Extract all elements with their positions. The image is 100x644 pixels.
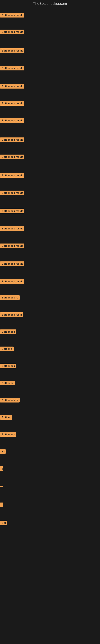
site-title: TheBottlenecker.com: [0, 0, 100, 8]
bottleneck-badge: Bot: [0, 521, 7, 525]
bottleneck-item[interactable]: Bottleneck re: [0, 398, 20, 403]
bottleneck-item[interactable]: [0, 484, 3, 488]
bottleneck-item[interactable]: Bottleneck result: [0, 84, 24, 89]
bottleneck-badge: Bottleneck result: [0, 101, 24, 106]
bottleneck-item[interactable]: Bottleneck: [0, 432, 16, 438]
bottleneck-item[interactable]: Bottlen: [0, 415, 12, 420]
bottleneck-item[interactable]: Bottleneck result: [0, 209, 24, 214]
bottleneck-item[interactable]: Bottleneck result: [0, 30, 24, 35]
bottleneck-item[interactable]: Bottlene: [0, 346, 14, 352]
bottleneck-badge: Bottlen: [0, 415, 12, 420]
bottleneck-badge: Bottleneck result: [0, 209, 24, 213]
bottleneck-item[interactable]: Bottleneck re: [0, 295, 20, 301]
bottleneck-badge: Bottleneck resul: [0, 312, 23, 317]
bottleneck-item[interactable]: Bottleneck result: [0, 173, 24, 178]
bottleneck-item[interactable]: Bot: [0, 521, 7, 526]
bottleneck-item[interactable]: Bottleneck result: [0, 66, 24, 71]
bottleneck-item[interactable]: Bottleneck: [0, 364, 16, 369]
bottleneck-item[interactable]: Bottleneck result: [0, 48, 24, 54]
bottleneck-item[interactable]: Bottleneck result: [0, 190, 24, 196]
bottleneck-item[interactable]: Bottleneck result: [0, 279, 24, 284]
bottleneck-badge: Bottleneck result: [0, 262, 24, 266]
bottleneck-badge: Bottleneck result: [0, 154, 24, 159]
bottleneck-badge: Bottleneck result: [0, 138, 24, 142]
bottleneck-badge: |: [0, 502, 3, 507]
bottleneck-badge: Bo: [0, 449, 6, 454]
bottleneck-badge: Bottleneck result: [0, 66, 24, 70]
bottleneck-badge: [0, 486, 3, 487]
bottleneck-badge: Bottlene: [0, 346, 14, 351]
bottleneck-item[interactable]: Bottleneck: [0, 330, 16, 335]
bottleneck-badge: Bottleneck re: [0, 398, 20, 402]
bottleneck-badge: Bottleneck result: [0, 190, 24, 195]
bottleneck-badge: Bottleneck result: [0, 226, 24, 231]
bottleneck-item[interactable]: Bottleneck result: [0, 138, 24, 143]
bottleneck-item[interactable]: Bottleneck result: [0, 244, 24, 249]
bottleneck-item[interactable]: Bo: [0, 449, 6, 454]
bottleneck-badge: B: [0, 466, 3, 471]
bottleneck-item[interactable]: Bottleneck result: [0, 13, 24, 18]
bottleneck-item[interactable]: B: [0, 466, 3, 472]
bottleneck-badge: Bottleneck result: [0, 118, 24, 123]
bottleneck-item[interactable]: |: [0, 502, 3, 508]
bottleneck-item[interactable]: Bottleneck result: [0, 262, 24, 267]
bottleneck-item[interactable]: Bottleneck result: [0, 118, 24, 124]
bottleneck-badge: Bottleneck result: [0, 48, 24, 53]
bottleneck-item[interactable]: Bottleneck result: [0, 101, 24, 106]
bottleneck-badge: Bottleneck: [0, 432, 16, 437]
bottleneck-badge: Bottleneck result: [0, 84, 24, 88]
bottleneck-item[interactable]: Bottleneck resul: [0, 312, 23, 318]
bottleneck-badge: Bottleneck result: [0, 30, 24, 34]
bottleneck-badge: Bottleneck result: [0, 13, 24, 18]
bottleneck-badge: Bottleneck re: [0, 295, 20, 300]
bottleneck-badge: Bottleneck result: [0, 173, 24, 178]
bottleneck-badge: Bottleneck: [0, 330, 16, 334]
bottleneck-item[interactable]: Bottleneck result: [0, 226, 24, 232]
bottleneck-badge: Bottleneck result: [0, 244, 24, 248]
bottleneck-badge: Bottleneck: [0, 364, 16, 368]
bottleneck-badge: Bottlenec: [0, 381, 15, 386]
bottleneck-item[interactable]: Bottlenec: [0, 381, 15, 386]
bottleneck-badge: Bottleneck result: [0, 279, 24, 284]
bottleneck-item[interactable]: Bottleneck result: [0, 154, 24, 160]
